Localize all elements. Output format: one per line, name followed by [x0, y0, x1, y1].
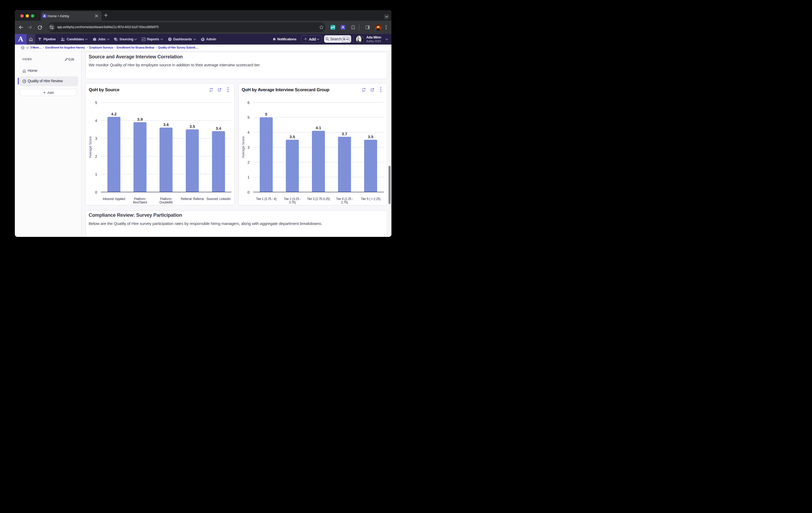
svg-text:3.9: 3.9	[137, 117, 143, 122]
svg-text:4.1: 4.1	[316, 126, 321, 130]
svg-text:Tier 4 (2.25 -: Tier 4 (2.25 -	[336, 197, 353, 201]
svg-text:4: 4	[248, 130, 250, 134]
svg-text:Inbound: Applied: Inbound: Applied	[103, 197, 125, 201]
svg-text:5: 5	[248, 115, 250, 119]
svg-text:Platform:: Platform:	[160, 197, 172, 201]
svg-text:6: 6	[248, 101, 250, 105]
svg-text:Average Score: Average Score	[241, 136, 245, 158]
svg-text:Referral: Referral: Referral: Referral	[181, 197, 204, 201]
svg-text:Sourced: LinkedIn: Sourced: LinkedIn	[206, 197, 231, 201]
svg-text:3: 3	[95, 136, 97, 141]
svg-text:4: 4	[95, 118, 97, 123]
svg-text:QoH by Source: QoH by Source	[89, 87, 119, 92]
svg-text:A: A	[43, 14, 45, 18]
svg-text:2.75): 2.75)	[341, 200, 348, 204]
svg-text:5: 5	[95, 101, 97, 105]
svg-text:3.5: 3.5	[190, 124, 195, 129]
svg-text:2: 2	[95, 154, 97, 159]
svg-text:3: 3	[248, 145, 250, 150]
svg-text:Tier 1 (3.75 - 4): Tier 1 (3.75 - 4)	[256, 197, 277, 201]
svg-text:3.5: 3.5	[290, 134, 295, 139]
svg-text:3.5: 3.5	[368, 134, 373, 139]
svg-text:4.2: 4.2	[111, 112, 117, 116]
svg-text:QoH by Average Interview Score: QoH by Average Interview Scorecard Group	[242, 87, 329, 92]
svg-text:3.4: 3.4	[216, 126, 222, 131]
svg-text:3.7: 3.7	[342, 132, 347, 136]
svg-text:Tier 3 (2.75-3.25): Tier 3 (2.75-3.25)	[307, 197, 330, 201]
svg-text:A: A	[342, 25, 344, 29]
svg-text:DoubleBit: DoubleBit	[159, 200, 173, 204]
svg-text:1: 1	[248, 175, 250, 179]
svg-text:Platform:: Platform:	[134, 197, 146, 201]
svg-text:Tier 2 (3.25 -: Tier 2 (3.25 -	[284, 197, 301, 201]
svg-text:2: 2	[248, 160, 250, 164]
svg-text:Average Score: Average Score	[88, 136, 92, 158]
svg-text:5: 5	[265, 112, 267, 116]
svg-text:3.75): 3.75)	[289, 200, 296, 204]
svg-text:Tier 5 ( < 2.25): Tier 5 ( < 2.25)	[361, 197, 381, 201]
svg-text:1: 1	[95, 172, 97, 177]
svg-text:3.6: 3.6	[163, 122, 169, 127]
svg-text:0: 0	[95, 190, 97, 194]
svg-text:0: 0	[248, 190, 250, 194]
svg-text:BestTalent: BestTalent	[133, 200, 147, 204]
